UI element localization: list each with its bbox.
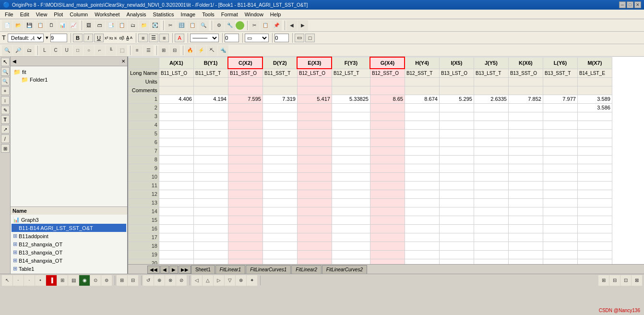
cell-a-longname[interactable]: B11_LST_O <box>159 69 193 77</box>
font-family-select[interactable]: Default: 𝓐 <box>8 34 44 42</box>
draw-tool[interactable]: ✎ <box>1 106 10 114</box>
sheet-nav-next[interactable]: ▶ <box>169 266 178 274</box>
tb-btn-4[interactable]: 📈 <box>68 20 79 31</box>
cell-f-units[interactable] <box>332 77 370 86</box>
cell-g-units[interactable] <box>370 77 405 86</box>
minimize-button[interactable]: ─ <box>619 1 626 8</box>
tb-btn-10[interactable]: 📁 <box>139 20 149 31</box>
cell-l-comments[interactable] <box>543 86 577 95</box>
dash-select[interactable]: ──── <box>190 34 219 42</box>
new-button[interactable]: 📄 <box>2 20 12 31</box>
cell-j-2[interactable] <box>474 103 508 112</box>
extra-btn-9[interactable]: ⌐ <box>95 45 105 56</box>
align-center-button[interactable]: ☰ <box>149 34 158 42</box>
btm-btn-19[interactable]: ⊕ <box>236 275 246 286</box>
cell-g-longname[interactable]: B12_SST_O <box>370 69 405 77</box>
menu-plot[interactable]: Plot <box>51 11 66 18</box>
btm-btn-5[interactable]: ⊞ <box>57 275 68 286</box>
btm-btn-15[interactable]: ◁ <box>191 275 202 286</box>
cell-f-1[interactable]: 5.33825 <box>332 95 370 103</box>
cell-l-longname[interactable]: B13_SST_T <box>543 69 577 77</box>
item-b11b14[interactable]: ⊞ B11-B14 AGRI_LST_SST_O&T <box>12 224 126 232</box>
cell-b-units[interactable] <box>193 77 228 86</box>
extra-btn-19[interactable]: 🔩 <box>218 45 228 56</box>
cell-a-units[interactable] <box>159 77 193 86</box>
item-b14[interactable]: ⊞ B14_shangxia_OT <box>12 256 126 265</box>
col-header-l[interactable]: L(Y6) <box>543 57 577 69</box>
menu-image[interactable]: Image <box>178 11 199 18</box>
cell-k-comments[interactable] <box>508 86 543 95</box>
tb-btn-19[interactable]: ✂ <box>249 20 260 31</box>
extra-btn-16[interactable]: 🔥 <box>185 45 195 56</box>
tree-fit-folder[interactable]: 📁 fit <box>12 68 125 76</box>
sheet-tab-fitlinear2[interactable]: FitLinear2 <box>291 265 321 274</box>
btm-btn-8[interactable]: ⊚ <box>101 275 112 286</box>
btm-btn-2[interactable]: · <box>13 275 24 286</box>
item-b13[interactable]: ⊞ B13_shangxia_OT <box>12 248 126 256</box>
sheet-nav-prev[interactable]: ◀ <box>160 266 169 274</box>
btm-btn-1[interactable]: ↖ <box>2 275 12 286</box>
underline-button[interactable]: U <box>94 34 104 42</box>
cell-g-2[interactable] <box>370 103 405 112</box>
menu-edit[interactable]: Edit <box>17 11 32 18</box>
cell-b-longname[interactable]: B11_LST_T <box>193 69 228 77</box>
extra-btn-6[interactable]: U <box>61 45 72 56</box>
cell-m-comments[interactable] <box>577 86 612 95</box>
cell-e-1[interactable]: 5.417 <box>297 95 332 103</box>
tb-btn-7[interactable]: 📑 <box>106 20 116 31</box>
sheet-tab-fitlinearcurves2[interactable]: FitLinearCurves2 <box>322 265 367 274</box>
align-left-button[interactable]: ≡ <box>138 34 148 42</box>
font-color-button[interactable]: A <box>175 34 184 42</box>
cell-e-units[interactable] <box>297 77 332 86</box>
tb-btn-9[interactable]: 🗂 <box>128 20 138 31</box>
cell-f-comments[interactable] <box>332 86 370 95</box>
cell-j-comments[interactable] <box>474 86 508 95</box>
cell-c-comments[interactable] <box>228 86 262 95</box>
cell-g-1[interactable]: 8.65 <box>370 95 405 103</box>
cell-d-1[interactable]: 7.319 <box>262 95 297 103</box>
btm-btn-10[interactable]: ⊟ <box>128 275 138 286</box>
pattern-width-input[interactable] <box>274 34 289 42</box>
cell-k-longname[interactable]: B13_SST_O <box>508 69 543 77</box>
col-header-k[interactable]: K(X6) <box>508 57 543 69</box>
tb-btn-17[interactable]: 🔧 <box>225 20 235 31</box>
cell-b-comments[interactable] <box>193 86 228 95</box>
extra-btn-11[interactable]: ⬚ <box>117 45 127 56</box>
tb-btn-15[interactable]: 🔍 <box>198 20 209 31</box>
btm-btn-24[interactable]: ⊠ <box>632 275 642 286</box>
btm-btn-14[interactable]: ⊘ <box>176 275 187 286</box>
cell-m-longname[interactable]: B14_LST_E <box>577 69 612 77</box>
pattern-select[interactable]: ▭ <box>245 34 269 42</box>
cell-h-2[interactable] <box>405 103 439 112</box>
extra-btn-18[interactable]: ⛏ <box>207 45 217 56</box>
extra-btn-3[interactable]: 🗂 <box>24 45 35 56</box>
cell-e-longname[interactable]: B12_LST_O <box>297 69 332 77</box>
select-tool[interactable]: ↖ <box>1 58 10 66</box>
tb-btn-22[interactable]: ◀ <box>286 20 297 31</box>
cell-i-units[interactable] <box>439 77 474 86</box>
menu-window[interactable]: Window <box>242 11 266 18</box>
cursor-tool[interactable]: ↗ <box>1 125 10 133</box>
extra-btn-2[interactable]: 🔎 <box>13 45 24 56</box>
arrow-tool[interactable]: ↕ <box>1 96 10 105</box>
btm-btn-16[interactable]: △ <box>203 275 213 286</box>
tb-btn-1[interactable]: 📋 <box>35 20 46 31</box>
zoom-in-tool[interactable]: 🔍 <box>1 67 10 76</box>
cell-d-comments[interactable] <box>262 86 297 95</box>
col-header-d[interactable]: D(Y2) <box>262 57 297 69</box>
btm-btn-21[interactable]: ⊞ <box>598 275 609 286</box>
cell-a-comments[interactable] <box>159 86 193 95</box>
col-header-c[interactable]: C(X2) <box>228 57 262 69</box>
btm-btn-22[interactable]: ⊟ <box>609 275 620 286</box>
item-b12[interactable]: ⊞ B12_shangxia_OT <box>12 240 126 248</box>
menu-statistics[interactable]: Statistics <box>150 11 177 18</box>
cell-b-2[interactable] <box>193 103 228 112</box>
col-header-h[interactable]: H(Y4) <box>405 57 439 69</box>
tb-btn-6[interactable]: 🗃 <box>95 20 105 31</box>
item-b11addpoint[interactable]: ⊞ B11addpoint <box>12 232 126 240</box>
cell-e-comments[interactable] <box>297 86 332 95</box>
tree-folder1[interactable]: 📁 Folder1 <box>12 76 125 84</box>
btm-btn-18[interactable]: ▽ <box>225 275 235 286</box>
data-tool[interactable]: ⊞ <box>1 144 10 153</box>
cell-i-comments[interactable] <box>439 86 474 95</box>
